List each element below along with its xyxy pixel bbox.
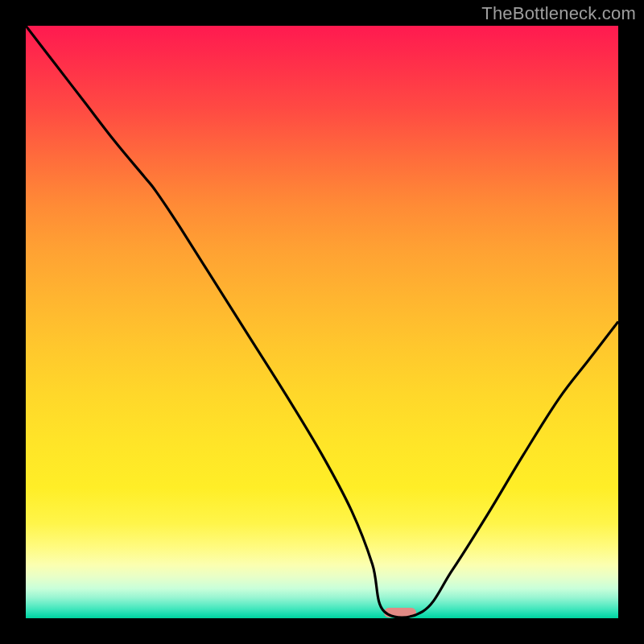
watermark-text: TheBottleneck.com — [481, 3, 636, 24]
curve-path — [26, 26, 618, 617]
plot-area — [26, 26, 618, 618]
chart-frame: TheBottleneck.com — [0, 0, 644, 644]
bottleneck-curve — [26, 26, 618, 618]
